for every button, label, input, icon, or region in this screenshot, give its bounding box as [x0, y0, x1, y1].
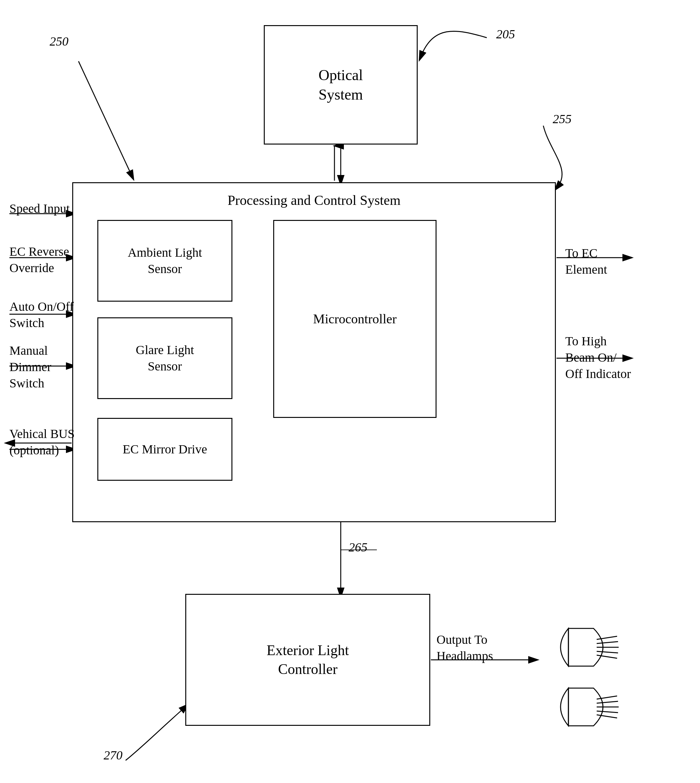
svg-line-28: [597, 711, 618, 713]
exterior-light-controller-label: Exterior Light Controller: [267, 641, 349, 679]
svg-line-23: [597, 651, 618, 653]
to-high-beam-label: To High Beam On/ Off Indicator: [565, 333, 631, 382]
refnum-205: 205: [496, 27, 515, 42]
ec-mirror-drive-box: EC Mirror Drive: [97, 418, 232, 481]
headlamp-icon-top: [550, 622, 619, 673]
ec-reverse-override-label: EC Reverse Override: [9, 244, 69, 276]
headlamp-icon-bottom: [550, 682, 619, 732]
manual-dimmer-switch-label: Manual Dimmer Switch: [9, 342, 51, 392]
speed-input-label: Speed Input: [9, 200, 70, 217]
auto-on-off-switch-label: Auto On/Off Switch: [9, 299, 74, 331]
exterior-light-controller-box: Exterior Light Controller: [185, 594, 430, 726]
svg-line-22: [597, 642, 618, 643]
microcontroller-box: Microcontroller: [273, 220, 437, 418]
output-to-headlamps-label: Output To Headlamps: [437, 631, 493, 664]
glare-light-sensor-label: Glare Light Sensor: [136, 342, 194, 374]
refnum-250: 250: [50, 34, 68, 49]
optical-system-label: Optical System: [318, 65, 363, 105]
svg-line-18: [78, 61, 132, 176]
ambient-light-sensor-box: Ambient Light Sensor: [97, 220, 232, 302]
glare-light-sensor-box: Glare Light Sensor: [97, 317, 232, 399]
refnum-255: 255: [553, 112, 572, 126]
microcontroller-label: Microcontroller: [313, 311, 397, 328]
ec-mirror-drive-label: EC Mirror Drive: [123, 441, 207, 457]
optical-system-box: Optical System: [264, 25, 418, 145]
ambient-light-sensor-label: Ambient Light Sensor: [128, 244, 202, 277]
svg-line-27: [597, 701, 618, 703]
vehical-bus-label: Vehical BUS (optional): [9, 426, 75, 458]
refnum-265: 265: [348, 540, 367, 554]
processing-control-label: Processing and Control System: [227, 188, 400, 209]
refnum-270: 270: [103, 748, 122, 763]
to-ec-element-label: To EC Element: [565, 245, 607, 278]
